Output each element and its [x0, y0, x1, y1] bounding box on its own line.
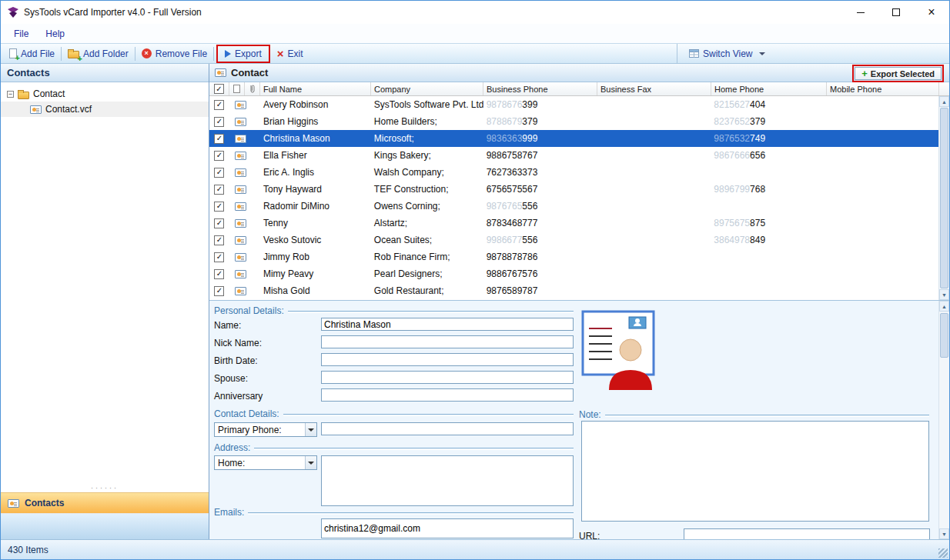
row-checkbox[interactable]: ✓	[209, 100, 229, 110]
add-folder-button[interactable]: Add Folder	[62, 45, 134, 62]
phone-type-dropdown[interactable]: Primary Phone:	[214, 422, 317, 437]
row-checkbox[interactable]: ✓	[209, 134, 229, 144]
row-checkbox[interactable]: ✓	[209, 117, 229, 127]
field-input[interactable]	[321, 371, 574, 384]
scrollbar-thumb[interactable]	[940, 313, 948, 358]
contact-card-icon	[229, 116, 260, 127]
tree-item-contact[interactable]: Contact	[1, 86, 209, 102]
contacts-nav-button[interactable]: Contacts	[1, 492, 209, 513]
export-selected-button[interactable]: + Export Selected	[855, 67, 942, 80]
scroll-down-icon[interactable]: ▼	[939, 289, 949, 300]
table-row[interactable]: ✓Christina MasonMicrosoft;98363639999876…	[209, 130, 938, 147]
row-checkbox[interactable]: ✓	[209, 185, 229, 195]
table-row[interactable]: ✓Eric A. InglisWalsh Company;7627363373	[209, 164, 938, 181]
table-row[interactable]: ✓Avery RobinsonSysTools Software Pvt. Lt…	[209, 96, 938, 113]
remove-file-button[interactable]: × Remove File	[136, 45, 212, 62]
table-row[interactable]: ✓Ella FisherKings Bakery;988675876798676…	[209, 147, 938, 164]
table-row[interactable]: ✓Misha GoldGold Restaurant;9876589787	[209, 282, 938, 299]
red-cross-circle-icon: ×	[142, 48, 152, 58]
checkbox-check-icon: ✓	[214, 235, 224, 245]
details-scrollbar[interactable]: ▲ ▼	[938, 301, 949, 539]
table-row[interactable]: ✓Jimmy RobRob Finance Firm;9878878786	[209, 248, 938, 265]
table-row[interactable]: ✓Tony HaywardTEF Construction;6756575567…	[209, 181, 938, 198]
scroll-up-icon[interactable]: ▲	[939, 96, 949, 107]
table-row[interactable]: ✓Radomir DiMinoOwens Corning;9876765556	[209, 198, 938, 215]
row-checkbox[interactable]: ✓	[209, 151, 229, 161]
contact-card-icon	[229, 218, 260, 228]
field-label: Birth Date:	[214, 355, 258, 366]
row-checkbox[interactable]: ✓	[209, 286, 229, 296]
exit-button[interactable]: × Exit	[272, 45, 309, 62]
table-row[interactable]: ✓TennyAlstartz;87834687778975675875	[209, 215, 938, 232]
row-checkbox[interactable]: ✓	[209, 202, 229, 212]
checkbox-check-icon: ✓	[214, 286, 224, 296]
titlebar: SysTools vCard Importer v4.0 - Full Vers…	[1, 1, 949, 24]
contact-card-icon	[229, 201, 260, 212]
window-title: SysTools vCard Importer v4.0 - Full Vers…	[24, 7, 202, 18]
field-input[interactable]	[321, 318, 574, 331]
email-input[interactable]	[321, 518, 574, 538]
contact-card-icon	[8, 499, 19, 508]
row-checkbox[interactable]: ✓	[209, 168, 229, 178]
column-header-full-name[interactable]: Full Name	[260, 82, 371, 95]
column-header-home-phone[interactable]: Home Phone	[711, 82, 827, 95]
cell-business-phone: 6756575567	[483, 184, 597, 195]
scrollbar-thumb[interactable]	[940, 108, 948, 288]
table-row[interactable]: ✓Vesko SutovicOcean Suites;9986677556386…	[209, 232, 938, 248]
field-label: Name:	[214, 320, 241, 331]
splitter-handle[interactable]: ······	[1, 484, 209, 492]
cell-home-phone: 8237652379	[711, 116, 826, 127]
switch-view-button[interactable]: Switch View	[684, 45, 771, 62]
cell-company: Pearl Designers;	[371, 268, 483, 279]
statusbar: 430 Items	[1, 539, 949, 559]
dropdown-button[interactable]	[305, 423, 316, 436]
row-checkbox[interactable]: ✓	[209, 218, 229, 228]
section-personal-details: Personal Details:	[214, 305, 574, 316]
table-row[interactable]: ✓Brian HigginsHome Builders;878867937982…	[209, 113, 938, 130]
dropdown-button[interactable]	[305, 456, 316, 469]
column-header-company[interactable]: Company	[371, 82, 483, 95]
tree-item-contact-vcf[interactable]: Contact.vcf	[1, 102, 209, 117]
row-checkbox[interactable]: ✓	[209, 252, 229, 262]
scroll-up-icon[interactable]: ▲	[939, 301, 949, 312]
checkbox-check-icon: ✓	[214, 218, 224, 228]
maximize-button[interactable]	[878, 1, 914, 24]
tree-collapse-icon[interactable]	[7, 91, 14, 98]
field-input[interactable]	[321, 388, 574, 402]
blue-arrow-icon	[225, 50, 231, 58]
contact-photo	[581, 310, 657, 393]
cell-full-name: Christina Mason	[260, 133, 371, 144]
column-header-mobile-phone[interactable]: Mobile Phone	[827, 82, 939, 95]
field-input[interactable]	[321, 335, 574, 348]
checkbox-check-icon: ✓	[214, 100, 224, 110]
select-all-checkbox[interactable]: ✓	[209, 82, 229, 95]
menu-help[interactable]: Help	[37, 24, 73, 43]
table-row[interactable]: ✓Mimy PeavyPearl Designers;9886767576	[209, 265, 938, 282]
note-textarea[interactable]	[581, 421, 929, 522]
column-header-business-phone[interactable]: Business Phone	[483, 82, 597, 95]
resize-grip[interactable]	[938, 548, 948, 558]
phone-value-input[interactable]	[321, 422, 574, 435]
column-header-business-fax[interactable]: Business Fax	[597, 82, 711, 95]
address-type-dropdown[interactable]: Home:	[214, 455, 317, 470]
cell-home-phone: 9896799768	[711, 184, 826, 195]
table-scrollbar[interactable]: ▲ ▼	[938, 96, 949, 300]
contact-card-icon	[229, 235, 260, 245]
minimize-button[interactable]	[843, 1, 878, 24]
cell-full-name: Mimy Peavy	[260, 268, 371, 279]
cell-company: SysTools Software Pvt. Ltd.;	[371, 99, 483, 110]
close-button[interactable]: ×	[914, 1, 949, 24]
column-header-attachment[interactable]	[245, 82, 260, 95]
menu-file[interactable]: File	[5, 24, 37, 43]
export-button[interactable]: Export	[219, 45, 267, 62]
row-checkbox[interactable]: ✓	[209, 235, 229, 245]
address-textarea[interactable]	[321, 455, 574, 506]
add-file-button[interactable]: Add File	[4, 45, 60, 62]
row-checkbox[interactable]: ✓	[209, 269, 229, 279]
field-input[interactable]	[321, 353, 574, 366]
main-panel: Contact + Export Selected ✓	[209, 64, 949, 539]
cell-full-name: Eric A. Inglis	[260, 167, 371, 178]
scroll-down-icon[interactable]: ▼	[939, 528, 949, 539]
column-header-card[interactable]	[229, 82, 245, 95]
cell-company: Walsh Company;	[371, 167, 483, 178]
